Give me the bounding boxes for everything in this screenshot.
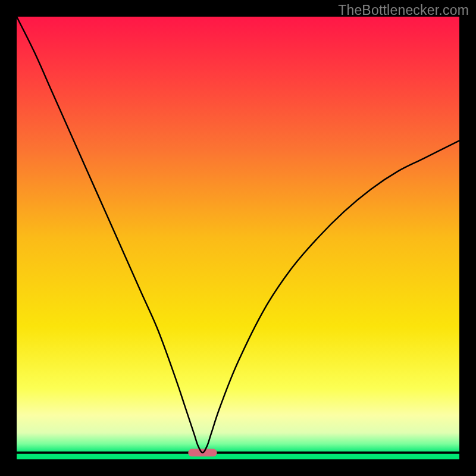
chart-background xyxy=(17,17,459,459)
chart-outer-frame: TheBottlenecker.com xyxy=(0,0,476,476)
chart-plot-area xyxy=(17,17,459,459)
watermark-text: TheBottlenecker.com xyxy=(338,2,469,18)
bottleneck-chart xyxy=(17,17,459,459)
